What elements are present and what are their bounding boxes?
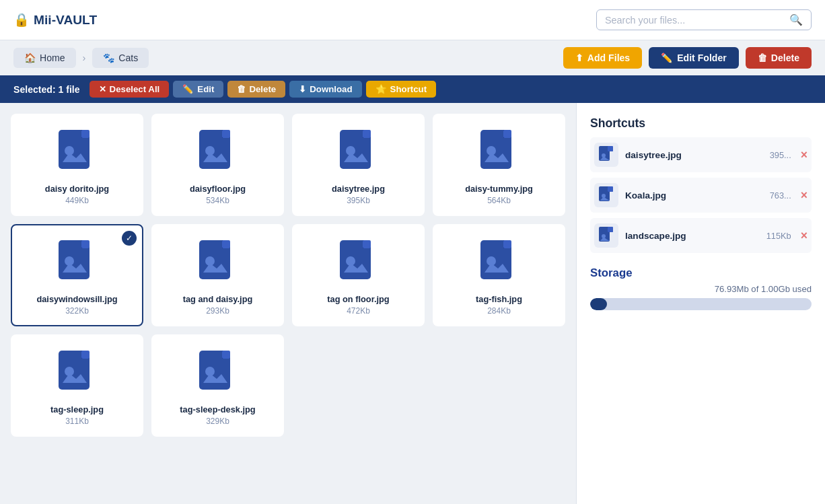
breadcrumb-row: 🏠 Home › 🐾 Cats ⬆ Add Files ✏️ Edit Fold… (0, 40, 825, 75)
file-size: 284Kb (487, 306, 511, 316)
file-name: daisytree.jpg (332, 184, 385, 194)
file-card[interactable]: tag and daisy.jpg 293Kb (151, 224, 284, 326)
search-bar[interactable]: 🔍 (596, 9, 812, 30)
storage-section: Storage 76.93Mb of 1.00Gb used (590, 266, 812, 310)
selection-shortcut-button[interactable]: ⭐ Shortcut (366, 81, 437, 98)
edit-folder-button[interactable]: ✏️ Edit Folder (649, 47, 739, 69)
trash-icon: 🗑 (758, 52, 767, 63)
shortcut-remove-button[interactable]: × (801, 148, 808, 162)
home-icon: 🏠 (24, 52, 36, 63)
storage-title: Storage (590, 266, 812, 280)
svg-rect-25 (81, 351, 89, 359)
check-badge: ✓ (122, 231, 137, 246)
svg-rect-10 (503, 130, 511, 138)
svg-rect-28 (222, 351, 230, 359)
file-icon (57, 349, 98, 398)
shortcut-size: 115Kb (766, 231, 791, 241)
file-name: tag-sleep.jpg (50, 404, 104, 415)
shortcut-item: daisytree.jpg 395... × (590, 137, 812, 172)
breadcrumb-cats[interactable]: 🐾 Cats (92, 48, 149, 68)
storage-info: 76.93Mb of 1.00Gb used (590, 284, 812, 294)
file-card[interactable]: tag on floor.jpg 472Kb (292, 224, 425, 326)
shortcuts-section: Shortcuts daisytree.jpg 395... × Koa (590, 116, 812, 253)
svg-rect-4 (222, 130, 230, 138)
edit-icon: ✏️ (661, 52, 673, 63)
svg-rect-1 (81, 130, 89, 138)
shortcut-name: landscape.jpg (625, 231, 760, 241)
file-size: 395Kb (347, 196, 370, 205)
svg-rect-31 (608, 146, 613, 151)
add-files-button[interactable]: ⬆ Add Files (563, 47, 642, 69)
selection-delete-button[interactable]: 🗑 Delete (227, 81, 285, 98)
shortcut-remove-button[interactable]: × (801, 229, 808, 243)
file-card[interactable]: tag-sleep.jpg 311Kb (11, 334, 143, 437)
file-card[interactable]: ✓ daisywindowsill.jpg 322Kb (11, 224, 143, 326)
file-card[interactable]: daisytree.jpg 395Kb (292, 114, 425, 216)
file-name: tag and daisy.jpg (183, 294, 253, 304)
file-icon (338, 239, 379, 287)
svg-rect-7 (363, 130, 371, 138)
file-size: 293Kb (206, 306, 229, 316)
file-name: tag on floor.jpg (327, 294, 389, 304)
shortcut-file-icon (594, 143, 618, 167)
files-area: daisy dorito.jpg 449Kb daisyfloor.jpg 53… (0, 103, 576, 504)
svg-rect-22 (503, 240, 511, 248)
lock-icon: 🔒 (13, 12, 30, 28)
search-icon[interactable]: 🔍 (789, 13, 803, 26)
selection-count: Selected: 1 file (13, 84, 80, 95)
file-icon (338, 129, 379, 177)
file-size: 472Kb (347, 306, 370, 316)
download-icon: ⬇ (299, 84, 306, 94)
svg-rect-19 (363, 240, 371, 248)
file-name: daisywindowsill.jpg (36, 294, 117, 304)
breadcrumb-separator: › (83, 52, 86, 63)
search-input[interactable] (605, 15, 784, 26)
file-icon (57, 239, 98, 287)
svg-rect-13 (81, 240, 89, 248)
file-size: 311Kb (65, 417, 89, 426)
selection-edit-button[interactable]: ✏️ Edit (173, 81, 223, 98)
file-name: tag-fish.jpg (476, 294, 522, 304)
file-card[interactable]: daisy-tummy.jpg 564Kb (433, 114, 565, 216)
selection-bar: Selected: 1 file ✕ Deselect All ✏️ Edit … (0, 75, 825, 103)
shortcut-size: 395... (770, 150, 791, 160)
shortcuts-title: Shortcuts (590, 116, 812, 131)
file-name: daisy dorito.jpg (45, 184, 109, 194)
svg-rect-16 (222, 240, 230, 248)
deselect-all-button[interactable]: ✕ Deselect All (89, 81, 170, 98)
breadcrumb-home[interactable]: 🏠 Home (13, 48, 76, 68)
file-name: daisyfloor.jpg (190, 184, 246, 194)
file-size: 322Kb (65, 306, 89, 316)
shortcut-list: daisytree.jpg 395... × Koala.jpg 763... … (590, 137, 812, 253)
file-icon (479, 239, 519, 287)
file-card[interactable]: tag-sleep-desk.jpg 329Kb (151, 334, 284, 437)
file-size: 564Kb (487, 196, 511, 205)
file-size: 329Kb (206, 417, 229, 426)
sidebar: Shortcuts daisytree.jpg 395... × Koa (576, 103, 825, 504)
storage-bar-fill (590, 298, 607, 310)
header: 🔒 Mii-VAULT 🔍 (0, 0, 825, 40)
breadcrumb-home-label: Home (40, 52, 65, 63)
selection-download-button[interactable]: ⬇ Download (289, 81, 361, 98)
file-card[interactable]: daisy dorito.jpg 449Kb (11, 114, 143, 216)
shortcut-remove-button[interactable]: × (801, 188, 808, 203)
delete-icon: 🗑 (237, 84, 246, 94)
pencil-icon: ✏️ (182, 84, 194, 94)
cats-icon: 🐾 (103, 52, 115, 63)
breadcrumb-cats-label: Cats (118, 52, 138, 63)
file-icon (479, 129, 519, 177)
file-name: daisy-tummy.jpg (465, 184, 533, 194)
file-card[interactable]: tag-fish.jpg 284Kb (433, 224, 565, 326)
shortcut-file-icon (594, 223, 618, 248)
shortcut-name: daisytree.jpg (625, 150, 763, 160)
file-icon (198, 239, 238, 287)
shortcut-size: 763... (770, 190, 791, 201)
file-icon (57, 129, 98, 177)
file-card[interactable]: daisyfloor.jpg 534Kb (151, 114, 284, 216)
file-size: 449Kb (65, 196, 89, 205)
delete-folder-button[interactable]: 🗑 Delete (746, 47, 812, 69)
storage-bar-background (590, 298, 812, 310)
logo: 🔒 Mii-VAULT (13, 12, 97, 28)
svg-rect-34 (608, 186, 613, 192)
file-name: tag-sleep-desk.jpg (180, 404, 255, 415)
